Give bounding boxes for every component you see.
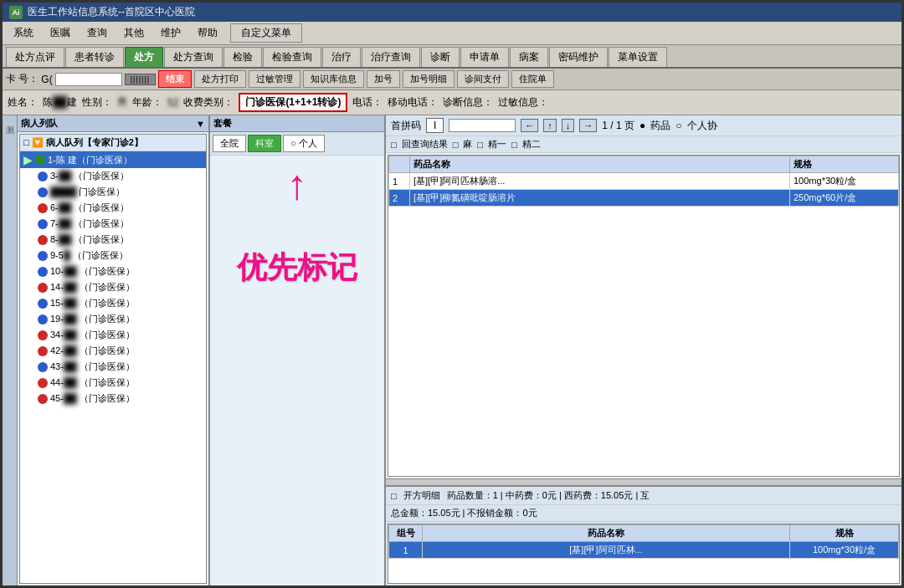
drug-row-2[interactable]: 2 [基][甲]柳氮磺吡啶肠溶片 250mg*60片/盒: [389, 190, 899, 207]
patient-row-14[interactable]: 14-██ （门诊医保）: [20, 279, 206, 295]
menu-orders[interactable]: 医嘱: [43, 23, 78, 43]
drug-spec-2: 250mg*60片/盒: [790, 190, 899, 207]
annotation-arrow: ↑: [210, 164, 384, 206]
annotation-text: 优先标记: [210, 239, 384, 297]
patient-icon-b1: [38, 187, 48, 197]
drug-spec-1: 100mg*30粒/盒: [790, 173, 899, 190]
menu-bar: 系统 医嘱 查询 其他 维护 帮助 自定义菜单: [3, 22, 901, 45]
tab-treatment-query[interactable]: 治疗查询: [362, 47, 420, 67]
btn-all-hospital[interactable]: 全院: [213, 135, 246, 152]
patient-row-1[interactable]: ▶ 1-陈 建（门诊医保）: [20, 151, 206, 168]
btn-dept[interactable]: 科室: [248, 135, 281, 152]
radio-drug: ●: [639, 120, 645, 131]
bottom-info-bar: □ 开方明细 药品数量：1 | 中药费：0元 | 西药费：15.05元 | 互: [386, 487, 901, 505]
btn-pay[interactable]: 诊间支付: [457, 70, 509, 88]
patient-row-19[interactable]: 19-██ （门诊医保）: [20, 311, 206, 327]
patient-row-9[interactable]: 9-5█ （门诊医保）: [20, 248, 206, 263]
btn-end[interactable]: 结束: [158, 70, 192, 88]
diag-label: 诊断信息：: [443, 95, 493, 110]
patient-row-8[interactable]: 8-██ （门诊医保）: [20, 232, 206, 248]
menu-system[interactable]: 系统: [6, 23, 41, 43]
mid-panel: 套餐 全院 科室 ○ 个人 ↑ 优先标记: [210, 115, 386, 585]
menu-query[interactable]: 查询: [80, 23, 115, 43]
tab-lab-query[interactable]: 检验查询: [263, 47, 321, 67]
btn-knowledge[interactable]: 知识库信息: [303, 70, 364, 88]
nav-right-btn[interactable]: →: [579, 119, 597, 132]
queue-tree[interactable]: □ 🔽 病人队列【专家门诊2】 ▶ 1-陈 建（门诊医保） 3-██ （门诊医保…: [19, 134, 207, 584]
patient-row-7[interactable]: 7-██ （门诊医保）: [20, 216, 206, 232]
radio-personal: ○: [675, 120, 681, 131]
pinyin-search-input[interactable]: [449, 119, 516, 132]
menu-maintain[interactable]: 维护: [153, 23, 188, 43]
patient-icon-8: [38, 235, 48, 245]
menu-custom[interactable]: 自定义菜单: [230, 23, 302, 43]
patient-row-6[interactable]: 6-██ （门诊医保）: [20, 200, 206, 216]
query-result-label: 回查询结果: [402, 138, 448, 151]
tab-records[interactable]: 病案: [510, 47, 548, 67]
tab-treatment[interactable]: 治疗: [322, 47, 361, 67]
bt-name-1: [基][甲]阿司匹林...: [423, 542, 790, 559]
tab-password[interactable]: 密码维护: [549, 47, 608, 67]
bottom-drug-row-1[interactable]: 1 [基][甲]阿司匹林... 100mg*30粒/盒: [389, 542, 899, 559]
patient-row-15[interactable]: 15-██ （门诊医保）: [20, 295, 206, 311]
barcode-btn[interactable]: |||||||: [125, 74, 156, 85]
card-input[interactable]: [55, 73, 122, 86]
patient-row-44[interactable]: 44-██ （门诊医保）: [20, 375, 206, 391]
total-info: 总金额：15.05元 | 不报销金额：0元: [386, 505, 901, 522]
patient-id-42: 42-██ （门诊医保）: [50, 345, 135, 357]
cursor-indicator: I: [426, 118, 444, 133]
ma-label: 麻: [463, 138, 472, 151]
patient-id-34: 34-██ （门诊医保）: [50, 329, 135, 341]
nav-down-btn[interactable]: ↓: [562, 119, 575, 132]
gender-label: 性别：: [82, 95, 112, 110]
col-spec-header: 规格: [790, 156, 899, 173]
tab-prescription[interactable]: 处方: [125, 47, 163, 67]
drug-no-1: 1: [389, 173, 410, 190]
btn-add[interactable]: 加号: [367, 70, 400, 88]
patient-row-42[interactable]: 42-██ （门诊医保）: [20, 343, 206, 359]
btn-print[interactable]: 处方打印: [194, 70, 246, 88]
bottom-panel: □ 开方明细 药品数量：1 | 中药费：0元 | 西药费：15.05元 | 互 …: [386, 485, 901, 585]
patient-id-45: 45-██ （门诊医保）: [50, 392, 135, 405]
nav-up-btn[interactable]: ↑: [543, 119, 557, 132]
patient-id-b1: ████ 门诊医保）: [50, 186, 125, 198]
patient-row-45[interactable]: 45-██ （门诊医保）: [20, 391, 206, 406]
bottom-drug-table: 组号 药品名称 规格 1 [基][甲]阿司匹林... 100mg*30粒/盒: [388, 524, 900, 584]
tab-menu-settings[interactable]: 菜单设置: [609, 47, 667, 67]
patient-row-b1[interactable]: ████ 门诊医保）: [20, 184, 206, 200]
patient-row-34[interactable]: 34-██ （门诊医保）: [20, 327, 206, 343]
queue-title: 病人列队: [21, 117, 58, 130]
title-bar: Ai 医生工作站信息系统--首院区中心医院: [3, 3, 901, 22]
patient-icon-15: [38, 299, 48, 309]
menu-other[interactable]: 其他: [116, 23, 152, 43]
btn-add-detail[interactable]: 加号明细: [403, 70, 455, 88]
ma-check: □: [453, 140, 459, 150]
btcol-group-header: 组号: [389, 525, 423, 542]
tab-patient-transfer[interactable]: 患者转诊: [65, 47, 124, 67]
patient-row-10[interactable]: 10-██ （门诊医保）: [20, 263, 206, 279]
app-title: 医生工作站信息系统--首院区中心医院: [28, 5, 195, 19]
btn-inpatient[interactable]: 住院单: [511, 70, 554, 88]
bt-group-1: 1: [389, 542, 423, 559]
patient-row-3[interactable]: 3-██ （门诊医保）: [20, 168, 206, 184]
tab-prescription-query[interactable]: 处方查询: [164, 47, 223, 67]
tab-diagnosis[interactable]: 诊断: [421, 47, 460, 67]
btn-personal[interactable]: ○ 个人: [283, 135, 325, 152]
mobile-label: 移动电话：: [388, 95, 438, 110]
btn-allergy[interactable]: 过敏管理: [249, 70, 300, 88]
tab-prescription-review[interactable]: 处方点评: [6, 47, 64, 67]
tab-lab[interactable]: 检验: [223, 47, 262, 67]
tab-request[interactable]: 申请单: [460, 47, 509, 67]
query-check: □: [391, 140, 397, 150]
right-panel: 首拼码 I ← ↑ ↓ → 1 / 1 页 ● 药品 ○ 个人协 □ 回查询结果…: [386, 115, 901, 585]
menu-help[interactable]: 帮助: [190, 23, 225, 43]
drug-row-1[interactable]: 1 [基][甲]阿司匹林肠溶... 100mg*30粒/盒: [389, 173, 899, 190]
queue-collapse-icon[interactable]: ▼: [196, 119, 205, 129]
left-panel: 病人列队 ▼ □ 🔽 病人队列【专家门诊2】 ▶ 1-陈 建（门诊医保）: [18, 115, 210, 585]
patient-row-43[interactable]: 43-██ （门诊医保）: [20, 359, 206, 375]
nav-left-btn[interactable]: ←: [521, 119, 538, 132]
drug-no-2: 2: [389, 190, 410, 207]
patient-icon-44: [38, 378, 48, 388]
patient-id-9: 9-5█ （门诊医保）: [50, 249, 128, 262]
drug-table-scrollbar[interactable]: [386, 478, 901, 485]
